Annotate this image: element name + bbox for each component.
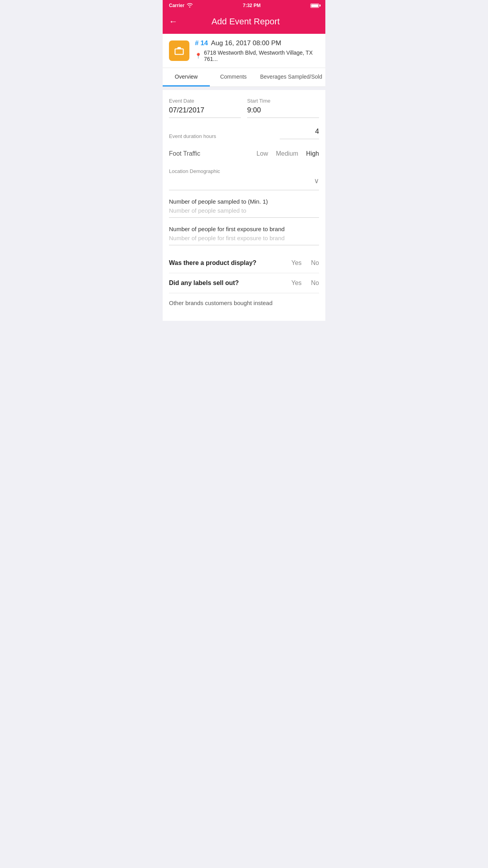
back-button[interactable]: ← bbox=[169, 17, 178, 26]
start-time-field: Start Time 9:00 bbox=[247, 98, 319, 118]
foot-traffic-high[interactable]: High bbox=[306, 150, 319, 157]
first-exposure-field: Number of people for first exposure to b… bbox=[169, 226, 319, 245]
event-date-label: Event Date bbox=[169, 98, 241, 104]
status-bar-time: 7:32 PM bbox=[243, 3, 261, 8]
event-number-date: # 14 Aug 16, 2017 08:00 PM bbox=[195, 39, 319, 47]
status-bar-right bbox=[310, 4, 319, 8]
briefcase-icon bbox=[174, 45, 185, 56]
foot-traffic-low[interactable]: Low bbox=[257, 150, 268, 157]
product-display-no[interactable]: No bbox=[311, 259, 319, 267]
event-date-value[interactable]: 07/21/2017 bbox=[169, 106, 241, 118]
start-time-label: Start Time bbox=[247, 98, 319, 104]
event-date-field: Event Date 07/21/2017 bbox=[169, 98, 241, 118]
product-display-yes[interactable]: Yes bbox=[291, 259, 301, 267]
carrier-label: Carrier bbox=[169, 3, 184, 8]
other-brands-label: Other brands customers bought instead bbox=[169, 300, 272, 306]
foot-traffic-label: Foot Traffic bbox=[169, 150, 200, 157]
event-info-bar: # 14 Aug 16, 2017 08:00 PM 📍 6718 Westwo… bbox=[163, 34, 325, 68]
chevron-down-icon: ∨ bbox=[314, 177, 319, 185]
first-exposure-input[interactable] bbox=[169, 235, 319, 241]
event-icon bbox=[169, 40, 189, 61]
foot-traffic-row: Foot Traffic Low Medium High bbox=[169, 150, 319, 157]
tabs: Overview Comments Beverages Sampled/Sold bbox=[163, 68, 325, 87]
duration-row: Event duration hours 4 bbox=[169, 127, 319, 139]
labels-sold-out-no[interactable]: No bbox=[311, 280, 319, 287]
header: ← Add Event Report bbox=[163, 11, 325, 34]
battery-icon bbox=[310, 4, 319, 8]
location-pin-icon: 📍 bbox=[195, 53, 202, 59]
page-title: Add Event Report bbox=[184, 17, 307, 27]
people-sampled-field: Number of people sampled to (Min. 1) bbox=[169, 198, 319, 218]
address-text: 6718 Westworth Blvd, Westworth Village, … bbox=[204, 50, 319, 62]
people-sampled-input[interactable] bbox=[169, 207, 319, 214]
tab-comments[interactable]: Comments bbox=[210, 68, 257, 86]
status-bar: Carrier 7:32 PM bbox=[163, 0, 325, 11]
location-demographic-label: Location Demographic bbox=[169, 168, 319, 174]
event-address: 📍 6718 Westworth Blvd, Westworth Village… bbox=[195, 50, 319, 62]
other-brands-row: Other brands customers bought instead bbox=[169, 293, 319, 313]
labels-sold-out-label: Did any labels sell out? bbox=[169, 280, 239, 287]
first-exposure-label: Number of people for first exposure to b… bbox=[169, 226, 319, 232]
labels-sold-out-yes[interactable]: Yes bbox=[291, 280, 301, 287]
duration-value[interactable]: 4 bbox=[280, 127, 319, 139]
event-date: Aug 16, 2017 08:00 PM bbox=[211, 39, 281, 47]
duration-label: Event duration hours bbox=[169, 133, 216, 139]
location-demographic-row: Location Demographic ∨ bbox=[169, 168, 319, 190]
foot-traffic-options: Low Medium High bbox=[257, 150, 319, 157]
start-time-value[interactable]: 9:00 bbox=[247, 106, 319, 118]
wifi-icon bbox=[187, 3, 193, 9]
labels-sold-out-row: Did any labels sell out? Yes No bbox=[169, 273, 319, 293]
product-display-options: Yes No bbox=[291, 259, 319, 267]
labels-sold-out-options: Yes No bbox=[291, 280, 319, 287]
event-details: # 14 Aug 16, 2017 08:00 PM 📍 6718 Westwo… bbox=[195, 39, 319, 62]
product-display-label: Was there a product display? bbox=[169, 259, 257, 267]
date-time-row: Event Date 07/21/2017 Start Time 9:00 bbox=[169, 98, 319, 118]
tab-overview[interactable]: Overview bbox=[163, 68, 210, 86]
event-number: # 14 bbox=[195, 39, 208, 47]
product-display-row: Was there a product display? Yes No bbox=[169, 253, 319, 273]
status-bar-left: Carrier bbox=[169, 3, 193, 9]
tab-beverages[interactable]: Beverages Sampled/Sold bbox=[257, 68, 325, 86]
people-sampled-label: Number of people sampled to (Min. 1) bbox=[169, 198, 319, 205]
content-area: Event Date 07/21/2017 Start Time 9:00 Ev… bbox=[163, 90, 325, 321]
foot-traffic-medium[interactable]: Medium bbox=[276, 150, 298, 157]
location-demographic-dropdown[interactable]: ∨ bbox=[169, 177, 319, 185]
